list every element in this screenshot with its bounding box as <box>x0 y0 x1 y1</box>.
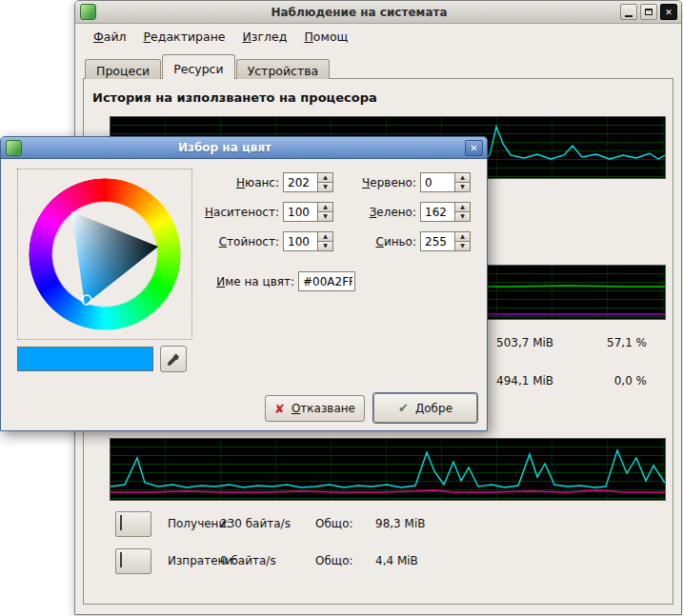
dialog-title: Избор на цвят <box>30 141 420 154</box>
received-rate: 230 байта/s <box>220 517 291 530</box>
tab-resources[interactable]: Ресурси <box>162 54 234 79</box>
close-button[interactable]: ✕ <box>660 4 677 20</box>
saturation-value-triangle[interactable] <box>29 178 181 330</box>
spin-up-icon[interactable]: ▲ <box>318 202 333 212</box>
red-spinner[interactable]: ▲ ▼ <box>455 172 471 192</box>
received-color-swatch <box>120 515 122 530</box>
tab-strip: Процеси Ресурси Устройства <box>85 54 331 79</box>
minimize-button[interactable] <box>620 4 637 20</box>
cancel-button-label: Отказване <box>291 402 355 415</box>
spin-up-icon[interactable]: ▲ <box>455 172 471 183</box>
dialog-close-button[interactable]: ✕ <box>465 140 483 156</box>
main-titlebar[interactable]: Наблюдение на системата ✕ <box>75 1 681 24</box>
green-input[interactable] <box>420 202 455 222</box>
titlebar-buttons: ✕ <box>620 4 677 20</box>
saturation-label: Наситеност: <box>190 206 279 219</box>
spin-down-icon[interactable]: ▼ <box>455 212 471 222</box>
color-name-input[interactable] <box>298 271 355 291</box>
sent-color-button[interactable] <box>115 548 151 574</box>
spin-up-icon[interactable]: ▲ <box>455 231 471 242</box>
tab-devices[interactable]: Устройства <box>236 59 331 79</box>
memory-percent: 57,1 % <box>573 336 647 349</box>
cancel-icon: ✘ <box>274 402 285 416</box>
spin-up-icon[interactable]: ▲ <box>455 202 471 212</box>
received-total: 98,3 MiB <box>375 517 425 530</box>
spin-down-icon[interactable]: ▼ <box>318 212 333 222</box>
value-label: Стойност: <box>190 235 279 248</box>
memory-total-value: 503,7 MiB <box>496 336 553 349</box>
swap-percent: 0,0 % <box>573 374 647 387</box>
menu-edit[interactable]: Редактиране <box>135 27 234 47</box>
saturation-spinner[interactable]: ▲ ▼ <box>318 202 333 222</box>
tab-processes[interactable]: Процеси <box>85 59 161 79</box>
spin-down-icon[interactable]: ▼ <box>318 183 333 192</box>
saturation-input[interactable] <box>283 202 318 222</box>
minimize-icon <box>625 15 633 17</box>
maximize-button[interactable] <box>640 4 657 20</box>
ok-button-label: Добре <box>415 402 452 415</box>
red-label: Червено: <box>336 176 416 189</box>
cancel-button[interactable]: ✘ Отказване <box>265 395 365 422</box>
spin-up-icon[interactable]: ▲ <box>318 172 333 183</box>
spin-down-icon[interactable]: ▼ <box>318 242 333 251</box>
color-picker-dialog: Избор на цвят ✕ Нюанс: ▲ ▼ Наситеност: ▲… <box>0 136 488 431</box>
ok-button[interactable]: ✔ Добре <box>373 393 477 423</box>
menubar: Файл Редактиране Изглед Помощ <box>79 25 677 48</box>
spin-down-icon[interactable]: ▼ <box>455 183 471 192</box>
color-preview <box>17 347 153 371</box>
app-icon <box>80 4 96 20</box>
hue-spinner[interactable]: ▲ ▼ <box>318 172 333 192</box>
sent-color-swatch <box>120 552 122 567</box>
menu-view[interactable]: Изглед <box>234 27 296 47</box>
hue-label: Нюанс: <box>190 176 279 189</box>
blue-label: Синьо: <box>336 235 416 248</box>
hue-input[interactable] <box>283 172 318 192</box>
received-total-label: Общо: <box>315 517 353 530</box>
sent-total-label: Общо: <box>315 554 353 567</box>
menu-file[interactable]: Файл <box>85 27 135 47</box>
network-sent-line <box>110 490 665 492</box>
red-input[interactable] <box>420 172 455 192</box>
color-name-label: Име на цвят: <box>188 275 294 288</box>
blue-input[interactable] <box>420 231 455 251</box>
maximize-icon <box>645 9 653 15</box>
network-history-chart <box>110 438 666 501</box>
ok-icon: ✔ <box>398 401 409 415</box>
spin-down-icon[interactable]: ▼ <box>455 242 471 251</box>
received-color-button[interactable] <box>115 511 151 537</box>
eyedropper-icon <box>166 351 181 367</box>
main-window-title: Наблюдение на системата <box>104 6 614 19</box>
dialog-icon <box>6 140 22 156</box>
network-sent-row: Изпратени: 0 байта/s Общо: 4,4 MiB <box>75 548 681 575</box>
green-spinner[interactable]: ▲ ▼ <box>455 202 471 222</box>
value-spinner[interactable]: ▲ ▼ <box>318 231 333 251</box>
close-icon: ✕ <box>665 8 673 17</box>
sent-rate: 0 байта/s <box>220 554 276 567</box>
eyedropper-button[interactable] <box>160 346 187 372</box>
sent-total: 4,4 MiB <box>375 554 418 567</box>
menu-help[interactable]: Помощ <box>295 27 356 47</box>
green-label: Зелено: <box>336 206 416 219</box>
spin-up-icon[interactable]: ▲ <box>318 231 333 242</box>
cpu-history-title: История на използването на процесора <box>92 90 377 105</box>
swap-total-value: 494,1 MiB <box>496 374 553 387</box>
blue-spinner[interactable]: ▲ ▼ <box>455 231 471 251</box>
network-received-row: Получени: 230 байта/s Общо: 98,3 MiB <box>75 511 681 538</box>
value-input[interactable] <box>283 231 318 251</box>
network-received-line <box>110 450 665 487</box>
dialog-close-icon: ✕ <box>470 143 477 153</box>
dialog-titlebar[interactable]: Избор на цвят ✕ <box>1 137 487 159</box>
